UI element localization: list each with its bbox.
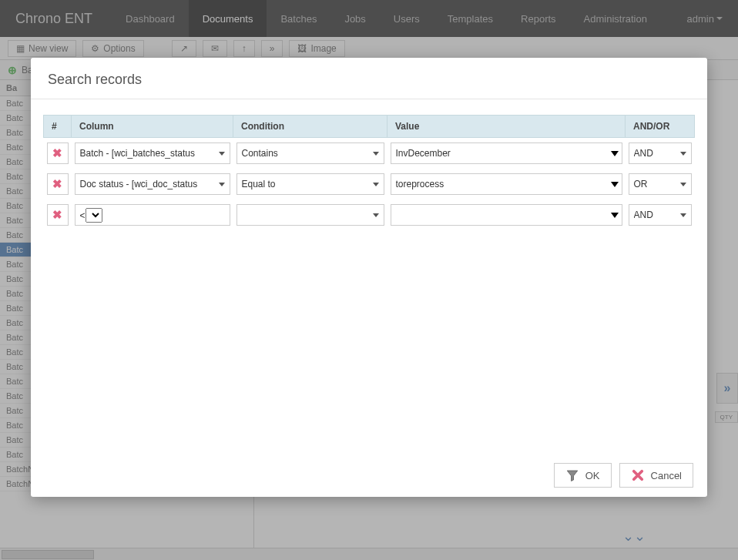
header-num: # — [44, 116, 72, 138]
dropdown-arrow-icon — [680, 152, 686, 156]
delete-icon: ✖ — [52, 177, 62, 191]
andor-select[interactable]: OR — [629, 173, 692, 195]
delete-icon: ✖ — [52, 208, 62, 222]
cancel-label: Cancel — [651, 470, 682, 481]
cancel-button[interactable]: Cancel — [619, 463, 693, 488]
criteria-row: ✖Batch - [wci_batches_statusContainsInvD… — [44, 138, 695, 169]
dropdown-arrow-icon — [373, 213, 379, 217]
search-records-modal: Search records # Column Condition Value … — [31, 58, 707, 497]
criteria-row: ✖<>AND — [44, 200, 695, 230]
dropdown-arrow-icon — [680, 183, 686, 186]
header-column: Column — [72, 116, 233, 138]
dropdown-arrow-icon — [611, 151, 619, 156]
andor-select[interactable]: AND — [629, 204, 692, 226]
dropdown-arrow-icon — [219, 183, 225, 186]
search-criteria-table: # Column Condition Value AND/OR ✖Batch -… — [43, 115, 695, 230]
dropdown-arrow-icon — [611, 213, 619, 218]
header-condition: Condition — [233, 116, 387, 138]
modal-footer: OK Cancel — [31, 454, 707, 497]
condition-select[interactable]: Contains — [236, 143, 384, 164]
close-icon — [631, 468, 645, 482]
dropdown-arrow-icon — [611, 182, 619, 187]
column-select[interactable]: Batch - [wci_batches_status — [75, 143, 230, 164]
criteria-row: ✖Doc status - [wci_doc_statusEqual totor… — [44, 169, 695, 200]
delete-row-button[interactable]: ✖ — [47, 143, 69, 164]
funnel-icon — [565, 468, 579, 482]
delete-icon: ✖ — [52, 146, 62, 160]
header-value: Value — [387, 116, 626, 138]
modal-body: # Column Condition Value AND/OR ✖Batch -… — [31, 99, 707, 454]
ok-label: OK — [585, 470, 600, 481]
value-combo[interactable] — [391, 204, 622, 226]
dropdown-arrow-icon — [219, 152, 225, 156]
header-andor: AND/OR — [626, 116, 695, 138]
dropdown-arrow-icon — [373, 183, 379, 186]
modal-title: Search records — [31, 58, 707, 99]
dropdown-arrow-icon — [373, 152, 379, 156]
condition-select[interactable] — [236, 204, 384, 226]
delete-row-button[interactable]: ✖ — [47, 204, 69, 226]
value-combo[interactable]: InvDecember — [391, 143, 622, 164]
value-combo[interactable]: toreprocess — [391, 173, 622, 195]
dropdown-arrow-icon — [680, 213, 686, 217]
condition-select[interactable]: Equal to — [236, 173, 384, 195]
column-select[interactable]: Doc status - [wci_doc_status — [75, 173, 230, 195]
column-select[interactable]: <> — [75, 204, 230, 226]
delete-row-button[interactable]: ✖ — [47, 173, 69, 195]
andor-select[interactable]: AND — [629, 143, 692, 164]
ok-button[interactable]: OK — [554, 463, 612, 488]
